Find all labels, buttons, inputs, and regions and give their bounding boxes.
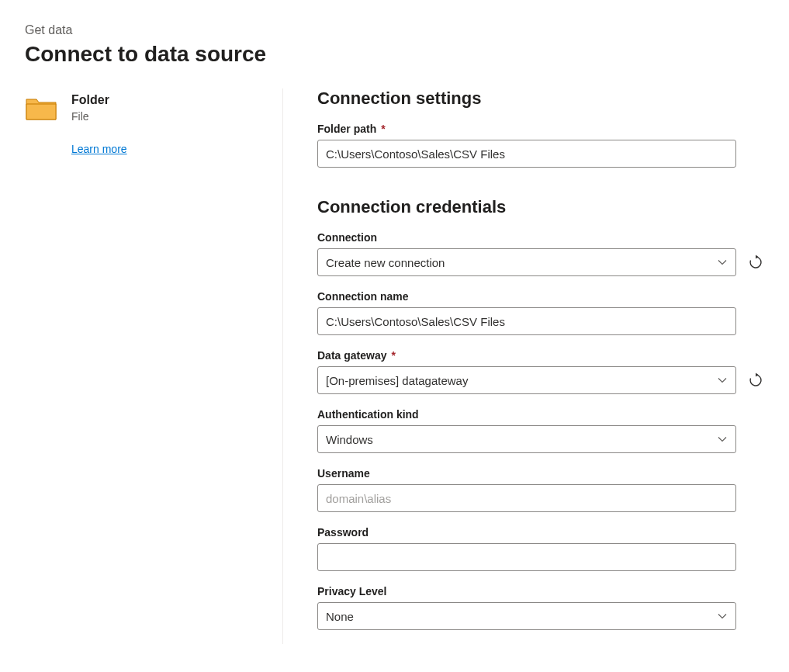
refresh-gateway-button[interactable] (747, 372, 764, 389)
connection-select[interactable]: Create new connection (317, 248, 736, 276)
privacy-level-select[interactable]: None (317, 602, 736, 630)
connection-name-label: Connection name (317, 290, 764, 303)
refresh-icon (748, 372, 763, 388)
settings-heading: Connection settings (317, 88, 764, 109)
auth-kind-label: Authentication kind (317, 408, 764, 421)
username-field: Username (317, 467, 764, 512)
privacy-level-label: Privacy Level (317, 585, 764, 598)
auth-kind-field: Authentication kind Windows (317, 408, 764, 453)
required-marker: * (381, 123, 385, 135)
required-marker: * (391, 349, 395, 362)
folder-icon (25, 95, 57, 123)
chevron-down-icon (717, 434, 728, 445)
auth-kind-select[interactable]: Windows (317, 425, 736, 453)
folder-path-input[interactable] (317, 140, 736, 168)
connection-field: Connection Create new connection (317, 231, 764, 276)
data-gateway-select[interactable]: [On-premises] datagateway (317, 366, 736, 394)
chevron-down-icon (717, 257, 728, 268)
breadcrumb: Get data (25, 23, 764, 37)
learn-more-link[interactable]: Learn more (71, 143, 127, 155)
connection-name-field: Connection name (317, 290, 764, 335)
chevron-down-icon (717, 375, 728, 386)
folder-path-label: Folder path * (317, 123, 764, 135)
username-label: Username (317, 467, 764, 480)
connection-name-input[interactable] (317, 307, 736, 335)
connector-name: Folder (71, 93, 127, 107)
chevron-down-icon (717, 611, 728, 622)
password-field: Password (317, 526, 764, 571)
connection-label: Connection (317, 231, 764, 244)
password-label: Password (317, 526, 764, 539)
data-gateway-label: Data gateway * (317, 349, 764, 362)
connector-type: File (71, 110, 127, 123)
folder-path-field: Folder path * (317, 123, 764, 168)
privacy-level-field: Privacy Level None (317, 585, 764, 630)
password-input[interactable] (317, 543, 736, 571)
refresh-icon (748, 255, 763, 270)
header: Get data Connect to data source (25, 23, 764, 67)
form-panel: Connection settings Folder path * Connec… (283, 88, 764, 644)
refresh-connection-button[interactable] (747, 254, 764, 271)
page-title: Connect to data source (25, 42, 764, 67)
data-gateway-field: Data gateway * [On-premises] datagateway (317, 349, 764, 394)
username-input[interactable] (317, 484, 736, 512)
credentials-heading: Connection credentials (317, 197, 764, 217)
connector-summary: Folder File Learn more (25, 88, 283, 644)
